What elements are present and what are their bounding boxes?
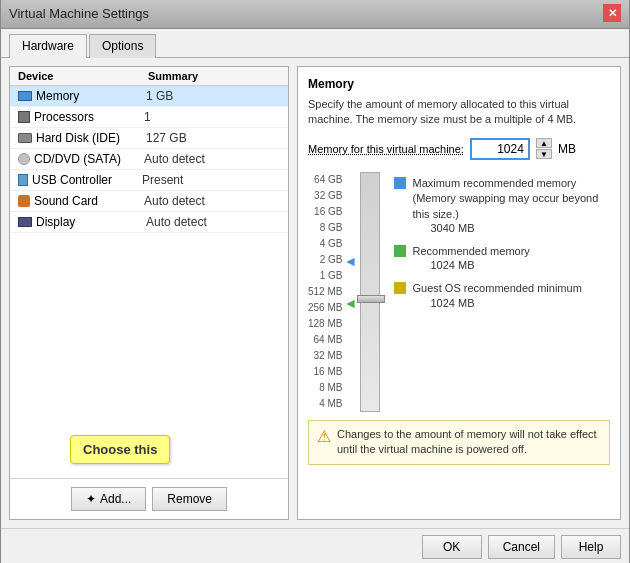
- memory-input-label: Memory for this virtual machine:: [308, 143, 464, 155]
- hdd-icon: [18, 133, 32, 143]
- memory-slider-thumb[interactable]: [357, 295, 385, 303]
- scale-label-2: 16 GB: [314, 204, 346, 220]
- max-memory-label: Maximum recommended memory: [412, 176, 610, 191]
- max-memory-value: 3040 MB: [430, 222, 610, 234]
- display-icon: [18, 217, 32, 227]
- remove-label: Remove: [167, 492, 212, 506]
- device-name: CD/DVD (SATA): [34, 152, 144, 166]
- scale-label-14: 4 MB: [319, 396, 346, 412]
- main-content: Device Summary Memory 1 GB Processors 1: [1, 58, 629, 528]
- memory-title: Memory: [308, 77, 610, 91]
- scale-label-12: 16 MB: [314, 364, 347, 380]
- cpu-icon: [18, 111, 30, 123]
- table-row[interactable]: Memory 1 GB: [10, 86, 288, 107]
- max-memory-arrow: ◄: [343, 253, 357, 269]
- usb-icon: [18, 174, 28, 186]
- warning-icon: ⚠: [317, 427, 331, 446]
- scale-label-11: 32 MB: [314, 348, 347, 364]
- guest-os-value: 1024 MB: [430, 297, 581, 309]
- max-memory-legend: Maximum recommended memory (Memory swapp…: [412, 176, 610, 234]
- scale-label-1: 32 GB: [314, 188, 346, 204]
- left-panel: Device Summary Memory 1 GB Processors 1: [9, 66, 289, 520]
- recommended-legend: Recommended memory 1024 MB: [412, 244, 529, 271]
- table-row[interactable]: Processors 1: [10, 107, 288, 128]
- col-device-header: Device: [18, 70, 148, 82]
- window-title: Virtual Machine Settings: [9, 6, 149, 21]
- col-summary-header: Summary: [148, 70, 280, 82]
- device-summary: Present: [142, 173, 280, 187]
- memory-input-row: Memory for this virtual machine: ▲ ▼ MB: [308, 138, 610, 160]
- memory-icon: [18, 91, 32, 101]
- scale-label-10: 64 MB: [314, 332, 347, 348]
- device-summary: Auto detect: [144, 194, 280, 208]
- bottom-buttons: OK Cancel Help: [1, 528, 629, 563]
- ok-button[interactable]: OK: [422, 535, 482, 559]
- table-row[interactable]: USB Controller Present: [10, 170, 288, 191]
- guest-os-swatch: [394, 282, 406, 294]
- legend-item-1: Recommended memory 1024 MB: [394, 244, 610, 271]
- right-panel: Memory Specify the amount of memory allo…: [297, 66, 621, 520]
- table-header: Device Summary: [10, 67, 288, 86]
- tooltip-bubble: Choose this: [70, 435, 170, 464]
- guest-os-legend: Guest OS recommended minimum 1024 MB: [412, 281, 581, 308]
- legend-item-0: Maximum recommended memory (Memory swapp…: [394, 176, 610, 234]
- scale-label-9: 128 MB: [308, 316, 346, 332]
- table-row[interactable]: Hard Disk (IDE) 127 GB: [10, 128, 288, 149]
- virtual-machine-settings-window: Virtual Machine Settings ✕ Hardware Opti…: [0, 0, 630, 563]
- sound-icon: [18, 195, 30, 207]
- device-summary: Auto detect: [144, 152, 280, 166]
- device-summary: 127 GB: [146, 131, 280, 145]
- guest-os-label: Guest OS recommended minimum: [412, 281, 581, 296]
- tab-bar: Hardware Options: [1, 29, 629, 58]
- memory-value-input[interactable]: [470, 138, 530, 160]
- recommended-value: 1024 MB: [430, 259, 529, 271]
- add-icon: ✦: [86, 492, 96, 506]
- device-name: Hard Disk (IDE): [36, 131, 146, 145]
- scale-label-5: 2 GB: [320, 252, 347, 268]
- table-row[interactable]: CD/DVD (SATA) Auto detect: [10, 149, 288, 170]
- tab-hardware[interactable]: Hardware: [9, 34, 87, 58]
- max-memory-swatch: [394, 177, 406, 189]
- memory-section: Memory Specify the amount of memory allo…: [297, 66, 621, 520]
- cancel-button[interactable]: Cancel: [488, 535, 555, 559]
- device-name: Sound Card: [34, 194, 144, 208]
- memory-slider-track[interactable]: ◄ ◄: [360, 172, 380, 412]
- max-memory-sublabel: (Memory swapping may occur beyond this s…: [412, 191, 610, 222]
- device-name: Processors: [34, 110, 144, 124]
- scale-label-13: 8 MB: [319, 380, 346, 396]
- device-name: USB Controller: [32, 173, 142, 187]
- device-name: Display: [36, 215, 146, 229]
- slider-track-container: ◄ ◄: [356, 172, 384, 412]
- legend-area: Maximum recommended memory (Memory swapp…: [394, 172, 610, 412]
- warning-text: Changes to the amount of memory will not…: [337, 427, 601, 458]
- memory-description: Specify the amount of memory allocated t…: [308, 97, 610, 128]
- scale-label-3: 8 GB: [320, 220, 347, 236]
- spin-up-button[interactable]: ▲: [536, 138, 552, 148]
- cd-icon: [18, 153, 30, 165]
- device-summary: Auto detect: [146, 215, 280, 229]
- close-button[interactable]: ✕: [603, 4, 621, 22]
- scale-label-6: 1 GB: [320, 268, 347, 284]
- device-name: Memory: [36, 89, 146, 103]
- help-button[interactable]: Help: [561, 535, 621, 559]
- scale-labels: 64 GB 32 GB 16 GB 8 GB 4 GB 2 GB 1 GB 51…: [308, 172, 346, 412]
- warning-row: ⚠ Changes to the amount of memory will n…: [308, 420, 610, 465]
- device-summary: 1 GB: [146, 89, 280, 103]
- legend-item-2: Guest OS recommended minimum 1024 MB: [394, 281, 610, 308]
- table-row[interactable]: Display Auto detect: [10, 212, 288, 233]
- memory-spinner: ▲ ▼: [536, 138, 552, 159]
- title-bar: Virtual Machine Settings ✕: [1, 0, 629, 29]
- table-row[interactable]: Sound Card Auto detect: [10, 191, 288, 212]
- recommended-swatch: [394, 245, 406, 257]
- left-buttons: ✦ Add... Remove: [10, 478, 288, 519]
- device-table: Device Summary Memory 1 GB Processors 1: [10, 67, 288, 478]
- scale-label-0: 64 GB: [314, 172, 346, 188]
- add-button[interactable]: ✦ Add...: [71, 487, 146, 511]
- tab-options[interactable]: Options: [89, 34, 156, 58]
- remove-button[interactable]: Remove: [152, 487, 227, 511]
- scale-label-7: 512 MB: [308, 284, 346, 300]
- recommended-label: Recommended memory: [412, 244, 529, 259]
- spin-down-button[interactable]: ▼: [536, 149, 552, 159]
- add-label: Add...: [100, 492, 131, 506]
- slider-area: 64 GB 32 GB 16 GB 8 GB 4 GB 2 GB 1 GB 51…: [308, 172, 610, 412]
